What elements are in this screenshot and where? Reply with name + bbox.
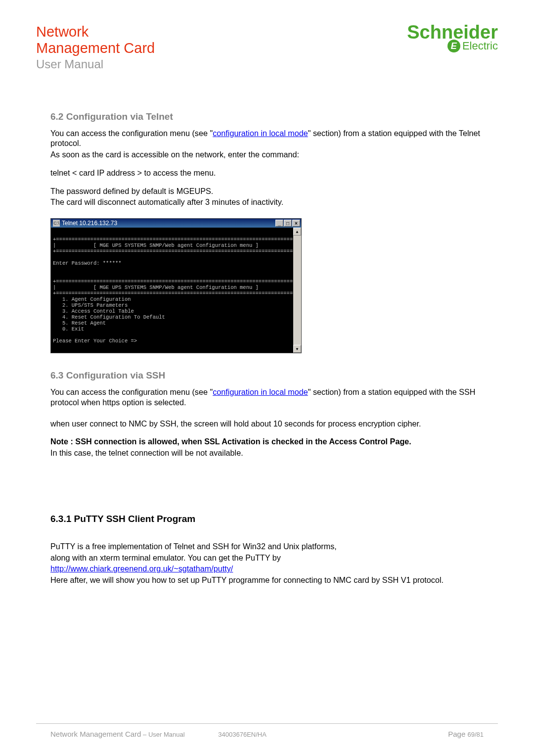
terminal-icon: C:\ [53, 220, 60, 227]
product-title-block: Network Management Card User Manual [36, 24, 155, 72]
heading-6-3: 6.3 Configuration via SSH [50, 370, 484, 381]
footer-doc-id: 34003676EN/HA [218, 731, 267, 738]
minimize-button[interactable]: _ [275, 220, 283, 227]
heading-6-2: 6.2 Configuration via Telnet [50, 111, 484, 122]
logo-e-icon: E [447, 40, 460, 52]
schneider-logo: Schneider E Electric [407, 24, 498, 52]
s62-para4: The password defined by default is MGEUP… [50, 186, 484, 196]
telnet-title: Telnet 10.216.132.73 [62, 220, 117, 227]
s63-note: Note : SSH connection is allowed, when S… [50, 436, 484, 447]
s63-para3: In this case, the telnet connection will… [50, 448, 484, 458]
telnet-terminal-output: +=======================================… [51, 228, 293, 353]
maximize-button[interactable]: □ [284, 220, 292, 227]
s631-para2: along with an xterm terminal emulator. Y… [50, 553, 484, 563]
title-line-1: Network [36, 24, 155, 40]
scroll-up-icon[interactable]: ▲ [293, 228, 301, 236]
s63-note-bold: Note : SSH connection is allowed, when S… [50, 437, 411, 446]
telnet-scrollbar[interactable]: ▲ ▼ [293, 228, 301, 353]
footer-product: Network Management Card [50, 730, 141, 738]
s631-para3: Here after, we will show you how to set … [50, 575, 484, 585]
logo-sub-text: Electric [462, 40, 498, 52]
scroll-down-icon[interactable]: ▼ [293, 345, 301, 353]
s631-para1: PuTTY is a free implementation of Telnet… [50, 541, 484, 552]
link-config-local-mode-2[interactable]: configuration in local mode [213, 387, 308, 396]
s62-para3: telnet < card IP address > to access the… [50, 168, 484, 178]
heading-6-3-1: 6.3.1 PuTTY SSH Client Program [50, 514, 484, 524]
s62-para5: The card will disconnect automatically a… [50, 197, 484, 207]
logo-main-text: Schneider [407, 24, 498, 41]
page-footer: Network Management Card – User Manual 34… [36, 723, 498, 738]
telnet-titlebar: C:\ Telnet 10.216.132.73 _ □ × [51, 219, 301, 228]
s62-para2: As soon as the card is accessible on the… [50, 149, 484, 160]
s63-para1-a: You can access the configuration menu (s… [50, 387, 213, 396]
title-line-2: Management Card [36, 40, 155, 56]
s62-para1-a: You can access the configuration menu (s… [50, 129, 213, 138]
link-config-local-mode-1[interactable]: configuration in local mode [213, 129, 308, 138]
footer-page-label: Page [448, 730, 467, 738]
footer-usermanual: – User Manual [141, 731, 184, 738]
link-putty[interactable]: http://www.chiark.greenend.org.uk/~sgtat… [50, 564, 233, 573]
footer-page-num: 69/81 [467, 731, 484, 738]
s63-para2: when user connect to NMC by SSH, the scr… [50, 419, 484, 429]
close-button[interactable]: × [292, 220, 300, 227]
s62-para1: You can access the configuration menu (s… [50, 128, 484, 148]
title-subtitle: User Manual [36, 57, 155, 72]
telnet-window: C:\ Telnet 10.216.132.73 _ □ × +========… [50, 218, 302, 353]
s63-para1: You can access the configuration menu (s… [50, 387, 484, 407]
